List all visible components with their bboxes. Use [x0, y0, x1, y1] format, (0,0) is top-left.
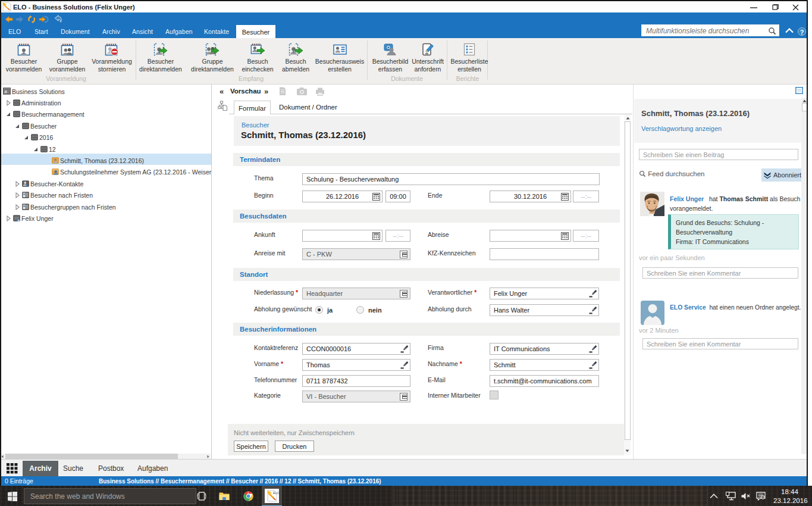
- svg-text:ELO: ELO: [4, 90, 8, 93]
- svg-text:ELO: ELO: [273, 491, 279, 495]
